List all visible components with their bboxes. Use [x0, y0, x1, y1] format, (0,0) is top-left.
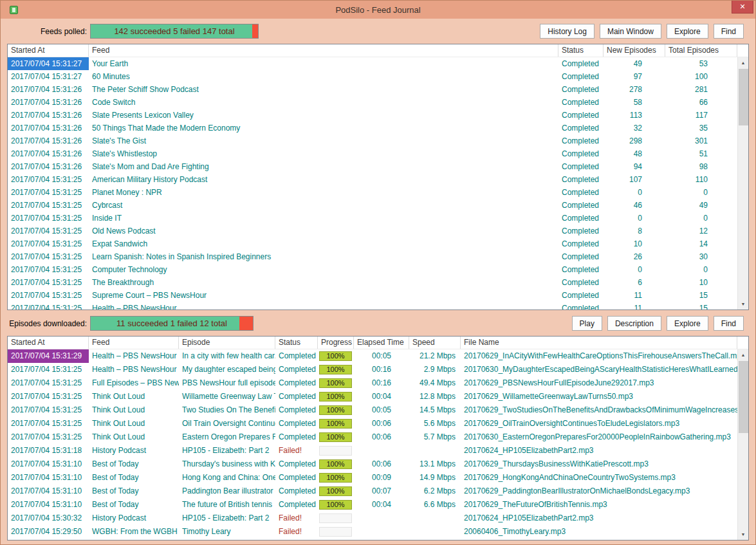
- feed-row[interactable]: 2017/07/04 15:31:25 Expat Sandwich Compl…: [8, 237, 737, 250]
- feeds-explore-button[interactable]: Explore: [667, 24, 708, 39]
- feed-row[interactable]: 2017/07/04 15:31:26 50 Things That Made …: [8, 122, 737, 134]
- episodes-toolbar: Episodes downloaded: 11 succeeded 1 fail…: [1, 310, 755, 336]
- episode-elapsed-time: [354, 525, 409, 539]
- episode-row[interactable]: 2017/07/04 15:31:29 Health – PBS NewsHou…: [8, 349, 737, 363]
- feed-total-episodes: 281: [665, 83, 737, 96]
- episodes-header-progress[interactable]: Progress: [318, 337, 354, 349]
- feed-row[interactable]: 2017/07/04 15:31:25 Health – PBS NewsHou…: [8, 302, 737, 309]
- episodes-explore-button[interactable]: Explore: [667, 316, 708, 331]
- episode-row[interactable]: 2017/07/04 15:31:25 Health – PBS NewsHou…: [8, 363, 737, 376]
- episode-row[interactable]: 2017/07/04 15:31:25 Think Out Loud Oil T…: [8, 417, 737, 430]
- scroll-up-icon[interactable]: ▲: [738, 349, 748, 360]
- feed-started-at: 2017/07/04 15:31:26: [8, 147, 89, 160]
- episode-row[interactable]: 2017/07/04 15:31:25 Think Out Loud Easte…: [8, 430, 737, 444]
- episode-row[interactable]: 2017/07/04 15:29:50 WGBH: From the WGBH …: [8, 525, 737, 539]
- episodes-scrollbar-thumb[interactable]: [739, 361, 748, 433]
- episodes-header-status[interactable]: Status: [275, 337, 318, 349]
- feed-row[interactable]: 2017/07/04 15:31:26 Slate's The Gist Com…: [8, 134, 737, 147]
- feed-row[interactable]: 2017/07/04 15:31:25 The Breakthrough Com…: [8, 276, 737, 289]
- feed-row[interactable]: 2017/07/04 15:31:26 Code Switch Complete…: [8, 96, 737, 109]
- episode-started-at: 2017/07/04 15:31:25: [8, 417, 89, 430]
- episodes-find-button[interactable]: Find: [714, 316, 744, 331]
- episodes-header-file-name[interactable]: File Name: [461, 337, 737, 349]
- feeds-header-status[interactable]: Status: [558, 44, 604, 57]
- feed-name: Old News Podcast: [89, 225, 558, 237]
- feed-total-episodes: 66: [665, 96, 737, 109]
- feeds-scrollbar[interactable]: ▲ ▼: [737, 57, 748, 309]
- episode-row[interactable]: 2017/07/04 15:31:10 Best of Today Thursd…: [8, 457, 737, 471]
- description-button[interactable]: Description: [607, 316, 661, 331]
- feed-row[interactable]: 2017/07/04 15:31:25 Inside IT Completed …: [8, 212, 737, 225]
- episode-title: My daughter escaped being...: [179, 363, 275, 376]
- episode-elapsed-time: 00:04: [354, 498, 409, 512]
- close-button[interactable]: ✕: [732, 1, 753, 14]
- feed-row[interactable]: 2017/07/04 15:31:26 Slate Presents Lexic…: [8, 109, 737, 122]
- feeds-scrollbar-thumb[interactable]: [739, 69, 748, 125]
- feeds-table: Started At Feed Status New Episodes Tota…: [7, 44, 749, 310]
- feed-row[interactable]: 2017/07/04 15:31:25 Planet Money : NPR C…: [8, 186, 737, 199]
- feed-new-episodes: 94: [604, 160, 665, 173]
- feeds-status-badge: 142 succeeded 5 failed 147 total: [90, 24, 259, 39]
- feed-name: Expat Sandwich: [89, 237, 558, 250]
- feed-started-at: 2017/07/04 15:31:26: [8, 122, 89, 134]
- episode-feed-name: Think Out Loud: [89, 390, 179, 403]
- feeds-header-feed[interactable]: Feed: [89, 44, 558, 57]
- feed-new-episodes: 26: [604, 250, 665, 263]
- feeds-header-new-episodes[interactable]: New Episodes: [604, 44, 665, 57]
- feed-row[interactable]: 2017/07/04 15:31:25 Supreme Court – PBS …: [8, 289, 737, 302]
- episode-title: HP105 - Elizabeth: Part 2: [179, 444, 275, 457]
- play-button[interactable]: Play: [572, 316, 602, 331]
- feed-row[interactable]: 2017/07/04 15:31:25 Learn Spanish: Notes…: [8, 250, 737, 263]
- episode-row[interactable]: 2017/07/04 15:31:18 History Podcast HP10…: [8, 444, 737, 457]
- feeds-header-total-episodes[interactable]: Total Episodes: [665, 44, 737, 57]
- episode-title: Paddington Bear illustrator o...: [179, 485, 275, 498]
- feed-row[interactable]: 2017/07/04 15:31:25 Computer Technology …: [8, 263, 737, 276]
- episodes-header-episode[interactable]: Episode: [179, 337, 275, 349]
- episode-file-name: 20170624_HP105ElizabethPart2.mp3: [461, 444, 737, 457]
- feed-row[interactable]: 2017/07/04 15:31:27 Your Earth Completed…: [8, 57, 737, 70]
- episodes-downloaded-label: Episodes downloaded:: [6, 319, 87, 328]
- episode-row[interactable]: 2017/07/04 15:31:25 Think Out Loud Two S…: [8, 403, 737, 417]
- history-log-button[interactable]: History Log: [540, 24, 595, 39]
- episode-elapsed-time: 00:04: [354, 390, 409, 403]
- episode-row[interactable]: 2017/07/04 15:31:10 Best of Today Paddin…: [8, 485, 737, 498]
- feed-status: Completed: [558, 134, 604, 147]
- episode-elapsed-time: [354, 512, 409, 525]
- feed-row[interactable]: 2017/07/04 15:31:25 Old News Podcast Com…: [8, 225, 737, 237]
- feed-name: Cybrcast: [89, 199, 558, 212]
- episode-started-at: 2017/07/04 15:31:25: [8, 390, 89, 403]
- episodes-header-started-at[interactable]: Started At: [8, 337, 89, 349]
- scroll-down-icon[interactable]: ▼: [738, 299, 748, 309]
- episodes-header-elapsed-time[interactable]: Elapsed Time: [354, 337, 409, 349]
- feed-row[interactable]: 2017/07/04 15:31:26 Slate's Mom and Dad …: [8, 160, 737, 173]
- episodes-header-speed[interactable]: Speed: [409, 337, 461, 349]
- feed-row[interactable]: 2017/07/04 15:31:27 60 Minutes Completed…: [8, 70, 737, 83]
- episode-progress-cell: [318, 444, 354, 457]
- scroll-up-icon[interactable]: ▲: [738, 57, 748, 68]
- feed-new-episodes: 46: [604, 199, 665, 212]
- episode-status: Failed!: [275, 512, 318, 525]
- episode-progress-cell: 100%: [318, 457, 354, 471]
- episode-row[interactable]: 2017/07/04 15:31:25 Think Out Loud Willa…: [8, 390, 737, 403]
- feed-row[interactable]: 2017/07/04 15:31:26 The Peter Schiff Sho…: [8, 83, 737, 96]
- feed-row[interactable]: 2017/07/04 15:31:25 American Military Hi…: [8, 173, 737, 186]
- episodes-header-feed[interactable]: Feed: [89, 337, 179, 349]
- progress-bar: [319, 446, 352, 456]
- episode-row[interactable]: 2017/07/04 15:30:32 History Podcast HP10…: [8, 512, 737, 525]
- episode-feed-name: Best of Today: [89, 485, 179, 498]
- episode-row[interactable]: 2017/07/04 15:31:10 Best of Today The fu…: [8, 498, 737, 512]
- main-window-button[interactable]: Main Window: [600, 24, 661, 39]
- feed-row[interactable]: 2017/07/04 15:31:26 Slate's Whistlestop …: [8, 147, 737, 160]
- episode-status: Completed: [275, 417, 318, 430]
- feed-total-episodes: 51: [665, 147, 737, 160]
- feed-name: The Peter Schiff Show Podcast: [89, 83, 558, 96]
- feed-row[interactable]: 2017/07/04 15:31:25 Cybrcast Completed 4…: [8, 199, 737, 212]
- scroll-down-icon[interactable]: ▼: [738, 529, 748, 540]
- episode-speed: 49.4 Mbps: [409, 376, 461, 390]
- episode-row[interactable]: 2017/07/04 15:31:25 Full Episodes – PBS …: [8, 376, 737, 390]
- episodes-scrollbar[interactable]: ▲ ▼: [737, 349, 748, 540]
- episode-speed: 13.1 Mbps: [409, 457, 461, 471]
- feeds-header-started-at[interactable]: Started At: [8, 44, 89, 57]
- episode-row[interactable]: 2017/07/04 15:31:10 Best of Today Hong K…: [8, 471, 737, 485]
- feeds-find-button[interactable]: Find: [714, 24, 744, 39]
